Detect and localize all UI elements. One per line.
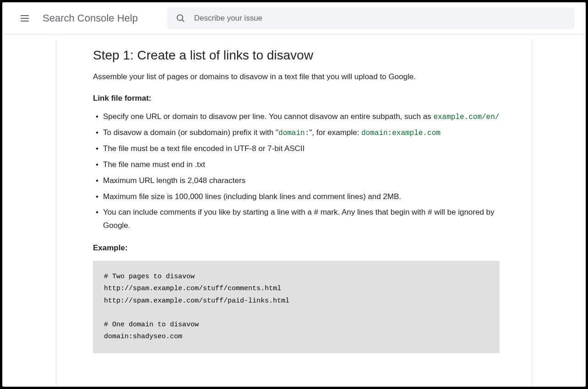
list-item: You can include comments if you like by … — [93, 206, 500, 232]
example-code-block: # Two pages to disavow http://spam.examp… — [93, 261, 500, 353]
hamburger-menu-icon[interactable] — [21, 13, 32, 24]
list-item: Maximum URL length is 2,048 characters — [93, 174, 500, 188]
list-item: The file name must end in .txt — [93, 158, 500, 172]
inline-code: example.com/en/ — [433, 113, 499, 121]
list-item: The file must be a text file encoded in … — [93, 142, 500, 156]
list-item: Maximum file size is 100,000 lines (incl… — [93, 190, 500, 204]
example-heading: Example: — [93, 243, 500, 253]
inline-code: domain:example.com — [361, 129, 441, 137]
header: Search Console Help — [2, 2, 586, 34]
inline-code: domain: — [278, 129, 309, 137]
svg-line-1 — [182, 20, 184, 22]
list-item: To disavow a domain (or subdomain) prefi… — [93, 126, 500, 140]
format-list: Specify one URL or domain to disavow per… — [93, 110, 500, 233]
article-heading: Step 1: Create a list of links to disavo… — [93, 48, 500, 63]
search-input[interactable] — [194, 14, 566, 23]
article-intro: Assemble your list of pages or domains t… — [93, 71, 500, 83]
search-box[interactable] — [167, 7, 575, 29]
search-icon — [175, 13, 186, 24]
svg-point-0 — [177, 15, 183, 20]
format-heading: Link file format: — [93, 94, 500, 103]
page-title: Search Console Help — [43, 12, 138, 24]
article: Step 1: Create a list of links to disavo… — [56, 39, 532, 387]
list-item: Specify one URL or domain to disavow per… — [93, 110, 500, 124]
